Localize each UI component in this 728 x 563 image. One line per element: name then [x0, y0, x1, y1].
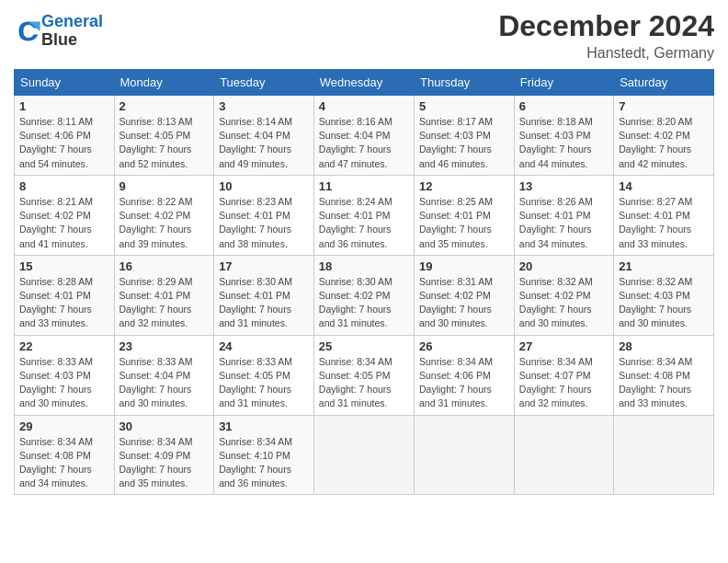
day-number: 12 — [419, 179, 509, 193]
day-number: 18 — [319, 259, 409, 273]
calendar-day-cell: 16Sunrise: 8:29 AM Sunset: 4:01 PM Dayli… — [114, 255, 214, 335]
day-number: 7 — [619, 99, 709, 113]
calendar-day-cell: 8Sunrise: 8:21 AM Sunset: 4:02 PM Daylig… — [15, 175, 115, 255]
day-info-text: Sunrise: 8:20 AM Sunset: 4:02 PM Dayligh… — [619, 115, 709, 171]
logo-icon — [16, 18, 41, 44]
day-number: 17 — [219, 259, 309, 273]
day-info-text: Sunrise: 8:33 AM Sunset: 4:03 PM Dayligh… — [19, 355, 109, 411]
calendar-day-cell — [415, 415, 515, 495]
calendar-day-cell: 27Sunrise: 8:34 AM Sunset: 4:07 PM Dayli… — [514, 335, 613, 415]
calendar-day-cell: 28Sunrise: 8:34 AM Sunset: 4:08 PM Dayli… — [614, 335, 714, 415]
day-number: 9 — [119, 179, 210, 193]
calendar-day-cell: 2Sunrise: 8:13 AM Sunset: 4:05 PM Daylig… — [114, 96, 214, 176]
day-number: 24 — [219, 339, 309, 353]
calendar-day-cell: 30Sunrise: 8:34 AM Sunset: 4:09 PM Dayli… — [114, 415, 214, 495]
day-number: 23 — [119, 339, 210, 353]
day-info-text: Sunrise: 8:33 AM Sunset: 4:04 PM Dayligh… — [119, 355, 210, 411]
day-number: 22 — [19, 339, 109, 353]
weekday-header: Tuesday — [214, 70, 314, 96]
day-number: 29 — [19, 419, 109, 433]
calendar-day-cell: 23Sunrise: 8:33 AM Sunset: 4:04 PM Dayli… — [114, 335, 214, 415]
weekday-header: Saturday — [614, 70, 714, 96]
calendar-week-row: 1Sunrise: 8:11 AM Sunset: 4:06 PM Daylig… — [15, 96, 714, 176]
calendar-week-row: 8Sunrise: 8:21 AM Sunset: 4:02 PM Daylig… — [15, 175, 714, 255]
day-info-text: Sunrise: 8:33 AM Sunset: 4:05 PM Dayligh… — [219, 355, 309, 411]
day-info-text: Sunrise: 8:21 AM Sunset: 4:02 PM Dayligh… — [19, 195, 109, 251]
day-number: 27 — [519, 339, 609, 353]
calendar-day-cell: 14Sunrise: 8:27 AM Sunset: 4:01 PM Dayli… — [614, 175, 714, 255]
weekday-header: Wednesday — [313, 70, 414, 96]
day-number: 2 — [119, 99, 210, 113]
day-number: 5 — [419, 99, 509, 113]
day-info-text: Sunrise: 8:18 AM Sunset: 4:03 PM Dayligh… — [519, 115, 609, 171]
day-info-text: Sunrise: 8:13 AM Sunset: 4:05 PM Dayligh… — [119, 115, 210, 171]
calendar-day-cell: 4Sunrise: 8:16 AM Sunset: 4:04 PM Daylig… — [313, 96, 414, 176]
day-number: 11 — [319, 179, 409, 193]
title-block: December 2024 Hanstedt, Germany — [498, 9, 714, 62]
calendar-day-cell: 6Sunrise: 8:18 AM Sunset: 4:03 PM Daylig… — [514, 96, 613, 176]
day-number: 21 — [619, 259, 709, 273]
calendar-day-cell: 1Sunrise: 8:11 AM Sunset: 4:06 PM Daylig… — [15, 96, 115, 176]
calendar-day-cell — [514, 415, 613, 495]
calendar-day-cell: 25Sunrise: 8:34 AM Sunset: 4:05 PM Dayli… — [313, 335, 414, 415]
calendar-day-cell: 29Sunrise: 8:34 AM Sunset: 4:08 PM Dayli… — [15, 415, 115, 495]
calendar-day-cell: 19Sunrise: 8:31 AM Sunset: 4:02 PM Dayli… — [415, 255, 515, 335]
day-info-text: Sunrise: 8:34 AM Sunset: 4:08 PM Dayligh… — [19, 435, 109, 491]
day-info-text: Sunrise: 8:30 AM Sunset: 4:02 PM Dayligh… — [319, 275, 409, 331]
day-info-text: Sunrise: 8:17 AM Sunset: 4:03 PM Dayligh… — [419, 115, 509, 171]
calendar-day-cell: 9Sunrise: 8:22 AM Sunset: 4:02 PM Daylig… — [114, 175, 214, 255]
day-info-text: Sunrise: 8:28 AM Sunset: 4:01 PM Dayligh… — [19, 275, 109, 331]
day-number: 26 — [419, 339, 509, 353]
logo-text: General Blue — [41, 13, 103, 50]
day-number: 15 — [19, 259, 109, 273]
calendar-day-cell: 24Sunrise: 8:33 AM Sunset: 4:05 PM Dayli… — [214, 335, 314, 415]
day-info-text: Sunrise: 8:31 AM Sunset: 4:02 PM Dayligh… — [419, 275, 509, 331]
day-number: 19 — [419, 259, 509, 273]
weekday-header: Thursday — [415, 70, 515, 96]
calendar-day-cell: 31Sunrise: 8:34 AM Sunset: 4:10 PM Dayli… — [214, 415, 314, 495]
calendar-day-cell — [614, 415, 714, 495]
day-number: 10 — [219, 179, 309, 193]
calendar-day-cell: 15Sunrise: 8:28 AM Sunset: 4:01 PM Dayli… — [15, 255, 115, 335]
day-info-text: Sunrise: 8:14 AM Sunset: 4:04 PM Dayligh… — [219, 115, 309, 171]
weekday-header: Friday — [514, 70, 613, 96]
day-number: 25 — [319, 339, 409, 353]
day-number: 1 — [19, 99, 109, 113]
day-number: 16 — [119, 259, 210, 273]
day-info-text: Sunrise: 8:26 AM Sunset: 4:01 PM Dayligh… — [519, 195, 609, 251]
day-number: 3 — [219, 99, 309, 113]
day-number: 28 — [619, 339, 709, 353]
day-info-text: Sunrise: 8:34 AM Sunset: 4:09 PM Dayligh… — [119, 435, 210, 491]
calendar-week-row: 15Sunrise: 8:28 AM Sunset: 4:01 PM Dayli… — [15, 255, 714, 335]
calendar-day-cell: 7Sunrise: 8:20 AM Sunset: 4:02 PM Daylig… — [614, 96, 714, 176]
day-info-text: Sunrise: 8:34 AM Sunset: 4:05 PM Dayligh… — [319, 355, 409, 411]
day-info-text: Sunrise: 8:29 AM Sunset: 4:01 PM Dayligh… — [119, 275, 210, 331]
calendar-day-cell: 21Sunrise: 8:32 AM Sunset: 4:03 PM Dayli… — [614, 255, 714, 335]
calendar-table: SundayMondayTuesdayWednesdayThursdayFrid… — [14, 69, 714, 495]
calendar-day-cell: 26Sunrise: 8:34 AM Sunset: 4:06 PM Dayli… — [415, 335, 515, 415]
calendar-day-cell: 11Sunrise: 8:24 AM Sunset: 4:01 PM Dayli… — [313, 175, 414, 255]
calendar-day-cell: 3Sunrise: 8:14 AM Sunset: 4:04 PM Daylig… — [214, 96, 314, 176]
day-number: 31 — [219, 419, 309, 433]
calendar-day-cell: 22Sunrise: 8:33 AM Sunset: 4:03 PM Dayli… — [15, 335, 115, 415]
calendar-day-cell: 13Sunrise: 8:26 AM Sunset: 4:01 PM Dayli… — [514, 175, 613, 255]
header: General Blue December 2024 Hanstedt, Ger… — [14, 9, 714, 62]
day-number: 20 — [519, 259, 609, 273]
day-info-text: Sunrise: 8:30 AM Sunset: 4:01 PM Dayligh… — [219, 275, 309, 331]
day-number: 8 — [19, 179, 109, 193]
day-number: 14 — [619, 179, 709, 193]
location-subtitle: Hanstedt, Germany — [498, 45, 714, 62]
day-info-text: Sunrise: 8:34 AM Sunset: 4:06 PM Dayligh… — [419, 355, 509, 411]
day-info-text: Sunrise: 8:16 AM Sunset: 4:04 PM Dayligh… — [319, 115, 409, 171]
day-info-text: Sunrise: 8:34 AM Sunset: 4:08 PM Dayligh… — [619, 355, 709, 411]
calendar-day-cell: 18Sunrise: 8:30 AM Sunset: 4:02 PM Dayli… — [313, 255, 414, 335]
calendar-day-cell: 5Sunrise: 8:17 AM Sunset: 4:03 PM Daylig… — [415, 96, 515, 176]
day-info-text: Sunrise: 8:11 AM Sunset: 4:06 PM Dayligh… — [19, 115, 109, 171]
logo: General Blue — [14, 13, 103, 50]
day-info-text: Sunrise: 8:23 AM Sunset: 4:01 PM Dayligh… — [219, 195, 309, 251]
day-info-text: Sunrise: 8:22 AM Sunset: 4:02 PM Dayligh… — [119, 195, 210, 251]
calendar-day-cell: 10Sunrise: 8:23 AM Sunset: 4:01 PM Dayli… — [214, 175, 314, 255]
calendar-week-row: 22Sunrise: 8:33 AM Sunset: 4:03 PM Dayli… — [15, 335, 714, 415]
day-info-text: Sunrise: 8:32 AM Sunset: 4:03 PM Dayligh… — [619, 275, 709, 331]
day-info-text: Sunrise: 8:25 AM Sunset: 4:01 PM Dayligh… — [419, 195, 509, 251]
